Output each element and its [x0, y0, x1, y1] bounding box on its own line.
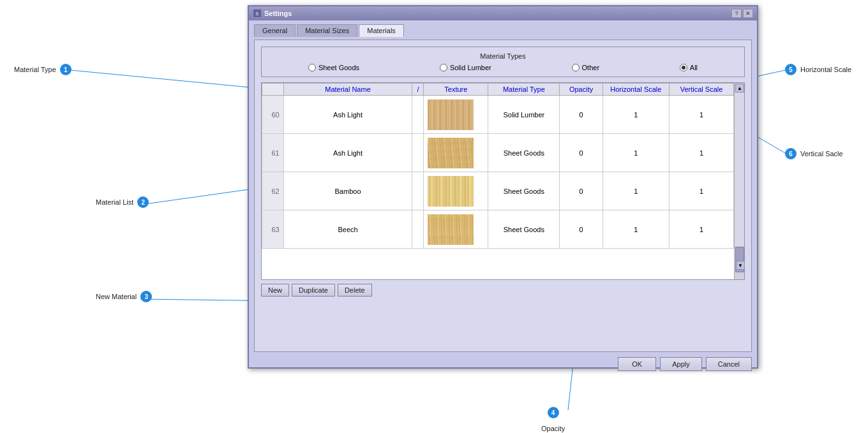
- dialog-title: Settings: [264, 10, 292, 17]
- row-num-63: 63: [262, 210, 284, 249]
- close-button[interactable]: ✕: [743, 9, 753, 18]
- new-button[interactable]: New: [261, 284, 289, 297]
- radio-label-solid-lumber: Solid Lumber: [450, 64, 491, 71]
- settings-dialog: S Settings ? ✕ General Material Sizes Ma…: [248, 5, 758, 369]
- callout-label-1: Material Type: [14, 66, 56, 73]
- material-types-label: Material Types: [268, 52, 738, 60]
- texture-swatch-60: [428, 99, 474, 130]
- row-texture-60: [424, 96, 488, 134]
- callout-label-4: Opacity: [541, 425, 565, 432]
- row-name-60: Ash Light: [283, 96, 412, 134]
- callout-num-3: 3: [140, 291, 152, 302]
- callout-num-1: 1: [60, 64, 71, 75]
- table-scrollbar[interactable]: ▲ ▼: [734, 83, 744, 279]
- row-num-62: 62: [262, 172, 284, 210]
- row-type-61: Sheet Goods: [488, 134, 560, 172]
- callout-label-6: Vertical Sacle: [800, 150, 843, 158]
- radio-sheet-goods[interactable]: Sheet Goods: [308, 64, 359, 71]
- row-num-60: 60: [262, 96, 284, 134]
- dialog-footer: OK Apply Cancel: [249, 357, 757, 376]
- content-area: Material Types Sheet Goods Solid Lumber …: [254, 40, 752, 352]
- callout-3: New Material 3: [96, 291, 152, 302]
- row-name-62: Bamboo: [283, 172, 412, 210]
- col-header-slash: /: [412, 84, 424, 96]
- delete-button[interactable]: Delete: [338, 284, 372, 297]
- row-name-61: Ash Light: [283, 134, 412, 172]
- title-bar-buttons: ? ✕: [731, 9, 753, 18]
- callout-num-4: 4: [548, 407, 559, 418]
- row-texture-62: [424, 172, 488, 210]
- callout-5: 5 Horizontal Scale: [785, 64, 851, 75]
- callout-label-5: Horizontal Scale: [800, 66, 851, 73]
- row-opacity-62: 0: [560, 172, 602, 210]
- callout-num-6: 6: [785, 148, 797, 159]
- row-slash-60: [412, 96, 424, 134]
- table-row[interactable]: 61 Ash Light Sheet Goods 0 1 1: [262, 134, 734, 172]
- dialog-icon-text: S: [255, 11, 258, 17]
- radio-other[interactable]: Other: [572, 64, 600, 71]
- row-hscale-62: 1: [602, 172, 669, 210]
- radio-label-all: All: [690, 64, 698, 71]
- callout-label-3: New Material: [96, 293, 137, 300]
- table-row[interactable]: 63 Beech Sheet Goods 0 1 1: [262, 210, 734, 249]
- radio-solid-lumber[interactable]: Solid Lumber: [440, 64, 491, 71]
- action-buttons: New Duplicate Delete: [261, 284, 745, 297]
- col-header-material-name: Material Name: [283, 84, 412, 96]
- callout-num-5: 5: [785, 64, 797, 75]
- apply-button[interactable]: Apply: [660, 357, 702, 371]
- duplicate-button[interactable]: Duplicate: [292, 284, 335, 297]
- row-texture-63: [424, 210, 488, 249]
- radio-all[interactable]: All: [680, 64, 698, 71]
- col-header-texture: Texture: [424, 84, 488, 96]
- cancel-button[interactable]: Cancel: [706, 357, 752, 371]
- row-opacity-60: 0: [560, 96, 602, 134]
- table-row[interactable]: 62 Bamboo Sheet Goods 0 1 1: [262, 172, 734, 210]
- col-header-num: [262, 84, 284, 96]
- row-type-60: Solid Lumber: [488, 96, 560, 134]
- material-types-section: Material Types Sheet Goods Solid Lumber …: [261, 47, 745, 77]
- radio-label-other: Other: [582, 64, 600, 71]
- row-vscale-63: 1: [670, 210, 734, 249]
- texture-swatch-63: [428, 214, 474, 245]
- tab-bar: General Material Sizes Materials: [249, 20, 757, 37]
- materials-table: Material Name / Texture Material Type Op…: [262, 83, 734, 249]
- row-hscale-63: 1: [602, 210, 669, 249]
- row-texture-61: [424, 134, 488, 172]
- scroll-down-arrow[interactable]: ▼: [736, 261, 745, 270]
- callout-num-2: 2: [137, 196, 149, 208]
- row-type-62: Sheet Goods: [488, 172, 560, 210]
- row-type-63: Sheet Goods: [488, 210, 560, 249]
- row-num-61: 61: [262, 134, 284, 172]
- texture-swatch-61: [428, 138, 474, 168]
- tab-general[interactable]: General: [254, 24, 296, 37]
- col-header-vscale: Vertical Scale: [670, 84, 734, 96]
- row-opacity-63: 0: [560, 210, 602, 249]
- radio-label-sheet-goods: Sheet Goods: [318, 64, 359, 71]
- radio-btn-other[interactable]: [572, 64, 580, 71]
- row-vscale-60: 1: [670, 96, 734, 134]
- row-vscale-61: 1: [670, 134, 734, 172]
- row-hscale-60: 1: [602, 96, 669, 134]
- tab-materials[interactable]: Materials: [359, 24, 404, 37]
- radio-btn-sheet-goods[interactable]: [308, 64, 316, 71]
- callout-label-2: Material List: [96, 198, 133, 206]
- row-hscale-61: 1: [602, 134, 669, 172]
- col-header-opacity: Opacity: [560, 84, 602, 96]
- tab-material-sizes[interactable]: Material Sizes: [297, 24, 357, 37]
- callout-4: 4 Opacity: [541, 407, 565, 432]
- help-button[interactable]: ?: [731, 9, 742, 18]
- table-row[interactable]: 60 Ash Light Solid Lumber 0 1 1: [262, 96, 734, 134]
- texture-swatch-62: [428, 176, 474, 207]
- row-name-63: Beech: [283, 210, 412, 249]
- row-slash-62: [412, 172, 424, 210]
- row-opacity-61: 0: [560, 134, 602, 172]
- row-slash-61: [412, 134, 424, 172]
- callout-6: 6 Vertical Sacle: [785, 148, 843, 159]
- material-type-radio-group: Sheet Goods Solid Lumber Other All: [268, 64, 738, 71]
- scroll-up-arrow[interactable]: ▲: [735, 84, 744, 92]
- radio-btn-all[interactable]: [680, 64, 687, 71]
- radio-btn-solid-lumber[interactable]: [440, 64, 447, 71]
- ok-button[interactable]: OK: [618, 357, 656, 371]
- col-header-hscale: Horizontal Scale: [602, 84, 669, 96]
- row-slash-63: [412, 210, 424, 249]
